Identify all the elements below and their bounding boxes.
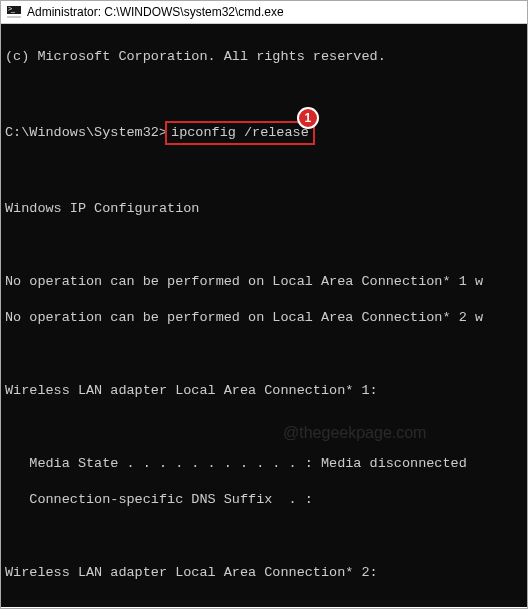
terminal-output[interactable]: (c) Microsoft Corporation. All rights re… — [1, 24, 527, 607]
prompt-path: C:\Windows\System32> — [5, 125, 167, 140]
prompt-line-1: C:\Windows\System32>ipconfig /release1 — [5, 121, 523, 145]
step-badge-1: 1 — [297, 107, 319, 129]
adapter-heading: Wireless LAN adapter Local Area Connecti… — [5, 382, 523, 400]
output-line: Media State . . . . . . . . . . . : Medi… — [5, 455, 523, 473]
blank-line — [5, 164, 523, 182]
section-heading: Windows IP Configuration — [5, 200, 523, 218]
blank-line — [5, 236, 523, 254]
command-highlight-1: ipconfig /release1 — [165, 121, 315, 145]
adapter-heading: Wireless LAN adapter Local Area Connecti… — [5, 564, 523, 582]
window-titlebar: Administrator: C:\WINDOWS\system32\cmd.e… — [1, 1, 527, 24]
window-title: Administrator: C:\WINDOWS\system32\cmd.e… — [27, 5, 284, 19]
command-text-1: ipconfig /release — [171, 125, 309, 140]
copyright-line: (c) Microsoft Corporation. All rights re… — [5, 48, 523, 66]
blank-line — [5, 419, 523, 437]
output-line: No operation can be performed on Local A… — [5, 309, 523, 327]
output-line: No operation can be performed on Local A… — [5, 273, 523, 291]
output-line: Connection-specific DNS Suffix . : — [5, 491, 523, 509]
blank-line — [5, 346, 523, 364]
blank-line — [5, 528, 523, 546]
blank-line — [5, 85, 523, 103]
cmd-icon — [7, 6, 21, 18]
blank-line — [5, 601, 523, 609]
